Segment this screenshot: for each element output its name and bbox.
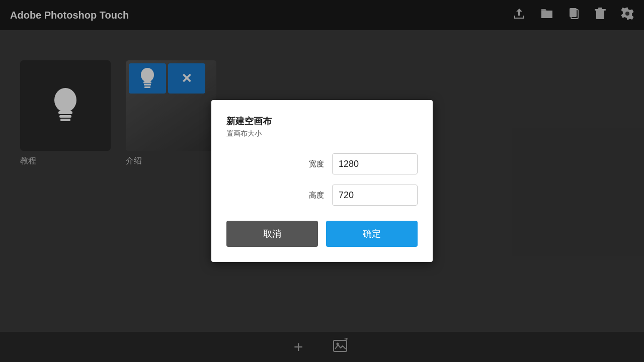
dialog-buttons: 取消 确定 bbox=[226, 221, 418, 247]
width-row: 宽度 bbox=[226, 153, 418, 174]
dialog-subtitle: 置画布大小 bbox=[226, 129, 418, 138]
dialog-title: 新建空画布 bbox=[226, 115, 418, 127]
height-input[interactable] bbox=[332, 185, 418, 206]
confirm-button[interactable]: 确定 bbox=[326, 221, 418, 247]
height-row: 高度 bbox=[226, 185, 418, 206]
new-canvas-dialog: 新建空画布 置画布大小 宽度 高度 取消 确定 bbox=[211, 100, 433, 262]
cancel-button[interactable]: 取消 bbox=[226, 221, 318, 247]
width-label: 宽度 bbox=[304, 159, 324, 169]
width-input[interactable] bbox=[332, 153, 418, 174]
height-label: 高度 bbox=[304, 191, 324, 200]
modal-overlay: 新建空画布 置画布大小 宽度 高度 取消 确定 bbox=[0, 0, 644, 362]
